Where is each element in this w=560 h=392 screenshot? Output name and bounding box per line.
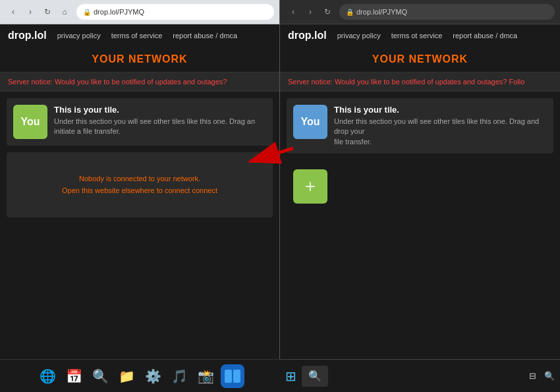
tile-avatar-right[interactable]: You	[293, 105, 327, 139]
tos-link-left[interactable]: terms of service	[111, 32, 163, 40]
server-notice-text-right: Would you like to be notified of updates…	[335, 78, 524, 86]
url-left: drop.lol/PJYMQ	[94, 8, 144, 16]
win-search-icon: 🔍	[308, 370, 322, 382]
tile-avatar-left[interactable]: You	[13, 105, 47, 139]
site-nav-left: drop.lol privacy policy terms of service…	[0, 24, 279, 47]
url-right: drop.lol/PJYMQ	[356, 8, 407, 16]
dock-icon-music[interactable]: 🎵	[168, 364, 192, 388]
back-button-right[interactable]: ‹	[285, 4, 301, 20]
nav-buttons-right: ‹ › ↻	[285, 4, 335, 20]
privacy-link-left[interactable]: privacy policy	[57, 32, 101, 40]
server-notice-prefix-right: Server notice:	[288, 78, 335, 86]
privacy-link-right[interactable]: privacy policy	[337, 32, 381, 40]
tile-text-right: This is your tile. Under this section yo…	[334, 105, 547, 147]
add-tile-button[interactable]: +	[293, 169, 327, 204]
home-button-left[interactable]: ⌂	[57, 4, 72, 20]
site-content-right: YOUR NETWORK Server notice: Would you li…	[280, 47, 560, 359]
svg-rect-2	[225, 370, 232, 383]
server-notice-text-left: Would you like to be notified of updates…	[55, 78, 227, 86]
dock-icon-settings[interactable]: ⚙️	[142, 364, 165, 388]
address-bar-left[interactable]: 🔒 drop.lol/PJYMQ	[76, 4, 274, 20]
dock-icon-spotlight[interactable]: 🔍	[89, 364, 113, 388]
add-tile-area: +	[280, 160, 560, 213]
forward-button-right[interactable]: ›	[302, 4, 318, 20]
nav-buttons-left: ‹ › ↻ ⌂	[5, 4, 72, 20]
win-search-bar[interactable]: 🔍	[302, 366, 328, 387]
tile-desc-left: Under this section you will see other ti…	[54, 117, 255, 137]
refresh-button-right[interactable]: ↻	[320, 4, 335, 20]
back-button-left[interactable]: ‹	[5, 4, 21, 20]
browser-chrome-right: ‹ › ↻ 🔒 drop.lol/PJYMQ	[280, 0, 560, 24]
win-taskbar-icons: ⊟	[529, 371, 536, 381]
dock-icon-finder[interactable]: 🌐	[36, 364, 60, 388]
win-search-taskbar[interactable]: 🔍	[544, 371, 555, 381]
empty-line2: Open this website elsewhere to connect c…	[62, 186, 217, 194]
tile-card-right: You This is your tile. Under this sectio…	[287, 98, 553, 154]
windows-logo[interactable]: ⊞	[285, 368, 296, 384]
abuse-link-right[interactable]: report abuse / dmca	[453, 32, 517, 40]
logo-right[interactable]: drop.lol	[288, 30, 327, 42]
dock-icon-photos[interactable]: 📸	[194, 364, 218, 388]
tile-title-right: This is your tile.	[334, 105, 547, 115]
address-bar-right[interactable]: 🔒 drop.lol/PJYMQ	[339, 4, 555, 20]
server-notice-prefix-left: Server notice:	[8, 78, 55, 86]
server-notice-left: Server notice: Would you like to be noti…	[0, 72, 279, 92]
dock-icon-files[interactable]: 📁	[115, 364, 139, 388]
forward-button-left[interactable]: ›	[22, 4, 38, 20]
site-content-left: YOUR NETWORK Server notice: Would you li…	[0, 47, 279, 359]
server-notice-right: Server notice: Would you like to be noti…	[280, 72, 560, 92]
bottom-bar: 🌐 📅 🔍 📁 ⚙️ 🎵 📸 ⊞ 🔍 ⊟ 🔍	[0, 359, 560, 392]
svg-rect-3	[233, 370, 240, 383]
lock-icon-left: 🔒	[83, 9, 91, 16]
browser-chrome-left: ‹ › ↻ ⌂ 🔒 drop.lol/PJYMQ	[0, 0, 279, 24]
logo-left[interactable]: drop.lol	[8, 30, 47, 42]
tile-text-left: This is your tile. Under this section yo…	[54, 105, 255, 137]
win-taskbar: ⊞ 🔍 ⊟ 🔍	[280, 359, 560, 392]
network-title-right: YOUR NETWORK	[280, 47, 560, 72]
tile-title-left: This is your tile.	[54, 105, 255, 115]
tile-desc-right: Under this section you will see other ti…	[334, 117, 547, 147]
network-title-left: YOUR NETWORK	[0, 47, 279, 72]
lock-icon-right: 🔒	[346, 9, 354, 16]
empty-section-left: Nobody is connected to your network. Ope…	[7, 152, 273, 217]
dock-icon-calendar[interactable]: 📅	[63, 364, 86, 388]
refresh-button-left[interactable]: ↻	[40, 4, 55, 20]
empty-line1: Nobody is connected to your network.	[79, 175, 200, 182]
dock-icon-side-by-side[interactable]	[221, 364, 244, 388]
mac-dock: 🌐 📅 🔍 📁 ⚙️ 🎵 📸	[0, 359, 280, 392]
tos-link-right[interactable]: terms ot service	[391, 32, 443, 40]
site-nav-right: drop.lol privacy policy terms ot service…	[280, 24, 560, 47]
your-tile-section-right: You This is your tile. Under this sectio…	[280, 92, 560, 160]
abuse-link-left[interactable]: report abuse / dmca	[173, 32, 237, 40]
empty-network-text: Nobody is connected to your network. Ope…	[17, 163, 262, 207]
tile-card-left: You This is your tile. Under this sectio…	[7, 98, 273, 146]
your-tile-section-left: You This is your tile. Under this sectio…	[0, 92, 279, 152]
